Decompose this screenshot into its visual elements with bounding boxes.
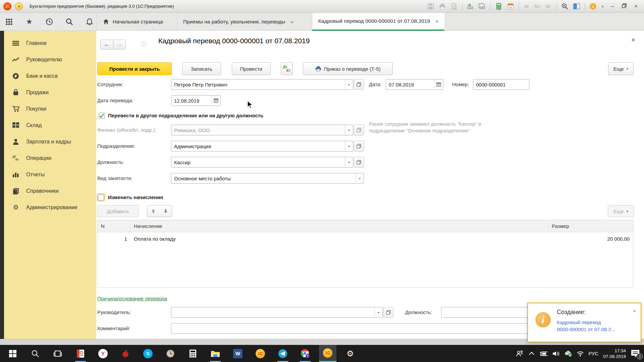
go-to-link-icon[interactable]: [466, 2, 475, 11]
notification-close-button[interactable]: ×: [633, 308, 636, 314]
taskbar-app-clock[interactable]: [162, 345, 179, 362]
taskbar-search-icon[interactable]: [26, 345, 44, 362]
change-accruals-checkbox[interactable]: [98, 194, 104, 200]
taskbar-app-telegram[interactable]: [274, 345, 291, 362]
employment-type-input[interactable]: Основное место работы ▾: [171, 173, 364, 184]
get-link-icon[interactable]: [478, 2, 487, 11]
taskbar-app-1c-active[interactable]: 1С: [319, 345, 336, 362]
taskbar-app-document[interactable]: [72, 345, 89, 362]
write-button[interactable]: Записать: [182, 62, 221, 75]
action-center-icon[interactable]: 3: [631, 349, 641, 358]
taskbar-app-skype[interactable]: S: [139, 345, 157, 362]
close-window-button[interactable]: ×: [631, 3, 641, 10]
sidebar-item-operations[interactable]: ДтКт Операции: [4, 150, 96, 166]
sidebar-item-main[interactable]: Главное: [4, 35, 96, 51]
more-button-top[interactable]: Еще ▾: [608, 62, 634, 75]
sidebar-item-sales[interactable]: Продажи: [4, 84, 96, 101]
table-row[interactable]: 1 Оплата по окладу 20 000,00: [98, 232, 633, 245]
language-indicator[interactable]: РУС: [588, 351, 598, 356]
manager-position-input[interactable]: [441, 307, 530, 318]
sidebar-item-reports[interactable]: Отчеты: [4, 166, 96, 183]
position-open-button[interactable]: [354, 157, 364, 168]
taskbar-app-chrome[interactable]: T: [297, 345, 314, 362]
chevron-down-icon[interactable]: ▾: [345, 79, 353, 89]
sidebar-item-bank[interactable]: ₽ Банк и касса: [4, 68, 96, 84]
form-close-button[interactable]: ×: [631, 36, 635, 44]
clock[interactable]: 17:34 07.08.2019: [603, 348, 626, 359]
calendar-picker-icon[interactable]: [211, 96, 220, 106]
department-open-button[interactable]: [354, 141, 364, 152]
restore-button[interactable]: [620, 3, 629, 10]
calculator-icon[interactable]: [494, 2, 503, 11]
calendar-icon[interactable]: 31: [506, 2, 515, 11]
sidebar-item-purchases[interactable]: Покупки: [4, 101, 96, 117]
more-button-table[interactable]: Еще ▾: [608, 205, 634, 217]
tab-transfer-active[interactable]: Кадровый перевод 0000-000001 от 07.08.20…: [312, 13, 444, 31]
tab-home[interactable]: Начальная страница: [96, 13, 169, 31]
chevron-down-icon[interactable]: ▾: [356, 173, 364, 183]
zoom-icon[interactable]: [560, 2, 570, 11]
back-button[interactable]: ←: [100, 40, 113, 50]
doc-date-input[interactable]: 07.08.2019: [386, 79, 443, 90]
post-and-close-button[interactable]: Провести и закрыть: [97, 62, 172, 75]
minimize-button[interactable]: –: [608, 3, 617, 10]
sidebar-item-salary-hr[interactable]: Зарплата и кадры: [4, 133, 96, 150]
calendar-picker-icon[interactable]: [434, 79, 443, 89]
forward-button[interactable]: →: [113, 40, 126, 50]
preview-icon[interactable]: [449, 2, 459, 11]
taskbar-app-yandex[interactable]: Y: [94, 345, 112, 362]
memory-m-button[interactable]: M: [522, 4, 531, 9]
memory-mminus-button[interactable]: M-: [544, 4, 553, 9]
wifi-icon[interactable]: [576, 350, 584, 357]
comment-input[interactable]: [171, 323, 549, 334]
app-logo-1c-icon[interactable]: 1С: [3, 2, 11, 10]
info-dropdown-icon[interactable]: ▾: [600, 2, 605, 11]
split-window-icon[interactable]: [572, 2, 581, 11]
move-row-down-button[interactable]: [159, 205, 172, 217]
tray-expand-chevron-icon[interactable]: [528, 350, 535, 357]
column-header-accrual[interactable]: Начисление: [130, 220, 548, 232]
position-input[interactable]: Кассир ▾: [171, 157, 353, 168]
onedrive-icon[interactable]: [564, 350, 572, 357]
taskbar-app-1c[interactable]: 1С: [252, 345, 269, 362]
taskbar-app-calculator[interactable]: [184, 345, 202, 362]
add-row-button[interactable]: Добавить: [97, 205, 139, 217]
print-icon[interactable]: [438, 2, 447, 11]
sidebar-item-directories[interactable]: Справочники: [4, 183, 96, 199]
column-header-n[interactable]: N: [98, 220, 130, 232]
history-icon[interactable]: [45, 17, 54, 26]
doc-number-input[interactable]: 0000-000001: [473, 79, 529, 90]
taskbar-app-apple[interactable]: [117, 345, 134, 362]
employee-input[interactable]: Петров Петр Петрович ▾: [171, 79, 353, 90]
memory-mplus-button[interactable]: M+: [533, 4, 542, 9]
info-icon[interactable]: i: [588, 2, 598, 11]
save-icon[interactable]: [426, 2, 435, 11]
taskbar-app-explorer[interactable]: [207, 345, 224, 362]
taskbar-app-settings[interactable]: ⚙: [341, 345, 359, 362]
taskbar-app-word[interactable]: W: [229, 345, 247, 362]
main-menu-button[interactable]: ▾: [15, 2, 23, 10]
department-input[interactable]: Администрация ▾: [171, 141, 353, 152]
transfer-order-button[interactable]: Приказ о переводе (Т-5): [303, 62, 393, 75]
people-tray-icon[interactable]: [516, 350, 523, 357]
manager-open-button[interactable]: [383, 307, 393, 318]
transfer-checkbox[interactable]: [99, 113, 105, 119]
notification-document-link[interactable]: Кадровый перевод 0000-000001 от 07.08.2.…: [557, 319, 615, 333]
sidebar-item-manager[interactable]: Руководителю: [4, 51, 96, 68]
column-header-amount[interactable]: Размер: [548, 220, 633, 232]
chevron-down-icon[interactable]: ▾: [374, 307, 382, 317]
chevron-down-icon[interactable]: ▾: [345, 157, 353, 167]
change-accruals-label[interactable]: Изменить начисления: [108, 194, 163, 200]
employee-open-button[interactable]: [354, 79, 364, 90]
volume-icon[interactable]: [552, 350, 559, 357]
chevron-down-icon[interactable]: ▾: [345, 141, 353, 151]
move-row-up-button[interactable]: [147, 205, 160, 217]
manager-input[interactable]: ▾: [171, 307, 383, 318]
battery-icon[interactable]: [540, 350, 547, 357]
transfer-checkbox-label[interactable]: Перевести в другое подразделение или на …: [108, 113, 263, 119]
dtkt-button[interactable]: Дт Кт: [281, 62, 293, 75]
tab-close-icon[interactable]: ×: [435, 18, 438, 24]
post-button[interactable]: Провести: [232, 62, 271, 75]
branch-open-button[interactable]: [354, 125, 364, 135]
search-icon[interactable]: [65, 17, 74, 26]
